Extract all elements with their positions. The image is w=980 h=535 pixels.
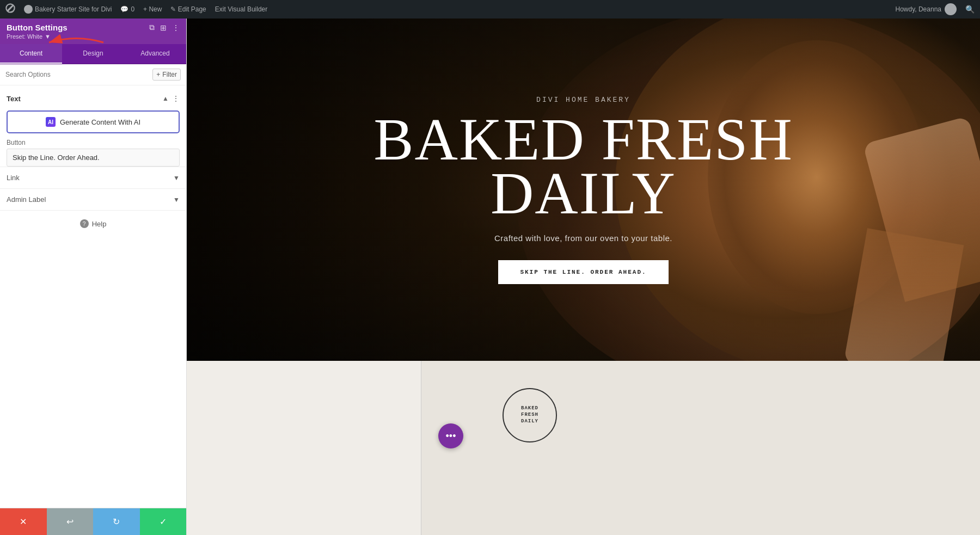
search-input[interactable] (5, 71, 149, 78)
floating-dots-icon: ••• (446, 431, 456, 442)
site-icon (24, 5, 33, 14)
help-icon: ? (80, 219, 89, 228)
admin-label-section: Admin Label ▼ (0, 188, 186, 210)
panel-content: Text ▲ ⋮ AI Generate Content With AI But… (0, 85, 186, 508)
wp-logo-icon[interactable] (5, 3, 15, 15)
comment-icon: 💬 (120, 5, 128, 13)
button-text-input[interactable] (7, 149, 180, 167)
text-section-title: Text (7, 95, 21, 103)
link-section: Link ▼ (0, 167, 186, 188)
filter-plus-icon: + (156, 71, 160, 78)
generate-ai-button[interactable]: AI Generate Content With AI (7, 110, 180, 133)
hero-content: DIVI HOME BAKERY BAKED FRESH DAILY Craft… (363, 85, 804, 295)
redo-icon: ↻ (113, 516, 120, 527)
new-item-button[interactable]: + New (143, 5, 162, 13)
undo-button[interactable]: ↩ (47, 508, 94, 535)
text-section: Text ▲ ⋮ AI Generate Content With AI But… (0, 91, 186, 167)
comment-count-text: 0 (131, 5, 134, 13)
admin-label-header[interactable]: Admin Label ▼ (7, 195, 180, 204)
save-icon: ✓ (160, 516, 167, 527)
main-area: Button Settings ⧉ ⊞ ⋮ Preset: White ▼ (0, 19, 980, 535)
save-button[interactable]: ✓ (140, 508, 187, 535)
text-section-chevron-icon[interactable]: ▲ (162, 95, 169, 102)
text-section-more-icon[interactable]: ⋮ (172, 94, 180, 103)
canvas-area: DIVI HOME BAKERY BAKED FRESH DAILY Craft… (187, 19, 980, 535)
edit-page-button[interactable]: ✎ Edit Page (170, 5, 206, 13)
hero-cta-button[interactable]: SKIP THE LINE. ORDER AHEAD. (498, 260, 668, 284)
left-panel: Button Settings ⧉ ⊞ ⋮ Preset: White ▼ (0, 19, 187, 535)
hero-title-line1: BAKED FRESH (373, 113, 793, 167)
tab-content-label: Content (20, 50, 42, 57)
howdy-text: Howdy, Deanna (896, 5, 942, 13)
more-icon[interactable]: ⋮ (172, 23, 180, 32)
hero-title-line2: DAILY (373, 167, 793, 220)
new-item-label: + New (143, 5, 162, 13)
tab-advanced[interactable]: Advanced (124, 44, 186, 64)
help-label: Help (92, 220, 107, 228)
panel-title: Button Settings (7, 23, 68, 32)
undo-icon: ↩ (66, 516, 74, 527)
site-name[interactable]: Bakery Starter Site for Divi (24, 5, 112, 14)
button-field-label: Button (7, 139, 180, 146)
link-section-header[interactable]: Link ▼ (7, 174, 180, 182)
tab-advanced-label: Advanced (140, 50, 169, 57)
stamp-line1: BAKED (521, 405, 538, 412)
redo-button[interactable]: ↻ (93, 508, 140, 535)
cancel-button[interactable]: ✕ (0, 508, 47, 535)
help-button[interactable]: ? Help (9, 219, 177, 228)
search-bar: + Filter (0, 64, 186, 85)
generate-ai-label: Generate Content With AI (60, 118, 140, 126)
site-name-text: Bakery Starter Site for Divi (35, 5, 112, 13)
hero-section: DIVI HOME BAKERY BAKED FRESH DAILY Craft… (187, 19, 980, 361)
search-icon[interactable]: 🔍 (965, 5, 975, 14)
panel-header-icons: ⧉ ⊞ ⋮ (149, 23, 180, 32)
copy-icon[interactable]: ⧉ (149, 23, 155, 32)
hero-description: Crafted with love, from our oven to your… (373, 233, 793, 243)
filter-button[interactable]: + Filter (152, 69, 181, 81)
red-arrow-annotation (44, 32, 109, 56)
exit-visual-builder-button[interactable]: Exit Visual Builder (215, 5, 268, 13)
user-avatar (945, 3, 957, 15)
hero-subtitle: DIVI HOME BAKERY (373, 96, 793, 104)
comment-count[interactable]: 💬 0 (120, 5, 134, 13)
preset-label: Preset: White (7, 33, 42, 40)
layout-icon[interactable]: ⊞ (160, 23, 167, 32)
link-chevron-icon: ▼ (173, 174, 180, 182)
wp-admin-bar: Bakery Starter Site for Divi 💬 0 + New ✎… (0, 0, 980, 19)
edit-page-label: ✎ Edit Page (170, 5, 206, 13)
stamp-badge: BAKED FRESH DAILY (503, 388, 557, 442)
stamp-line2: FRESH (521, 412, 538, 419)
link-section-title: Link (7, 174, 20, 182)
hero-cta-label: SKIP THE LINE. ORDER AHEAD. (520, 269, 646, 275)
howdy-user[interactable]: Howdy, Deanna (896, 3, 957, 15)
filter-label: Filter (162, 71, 177, 78)
admin-label-title: Admin Label (7, 195, 46, 204)
below-hero-section: BAKED FRESH DAILY ••• (187, 361, 980, 535)
stamp-line3: DAILY (521, 419, 538, 425)
panel-header-top: Button Settings ⧉ ⊞ ⋮ (7, 23, 180, 32)
text-section-header[interactable]: Text ▲ ⋮ (7, 91, 180, 106)
bottom-toolbar: ✕ ↩ ↻ ✓ (0, 508, 186, 535)
text-section-controls: ▲ ⋮ (162, 94, 180, 103)
ai-icon: AI (46, 117, 56, 127)
exit-vb-label: Exit Visual Builder (215, 5, 268, 13)
admin-label-chevron-icon: ▼ (173, 196, 180, 204)
hero-title: BAKED FRESH DAILY (373, 113, 793, 220)
cancel-icon: ✕ (20, 516, 27, 527)
light-card (421, 361, 980, 535)
help-section: ? Help (0, 210, 186, 237)
floating-options-button[interactable]: ••• (438, 423, 463, 448)
